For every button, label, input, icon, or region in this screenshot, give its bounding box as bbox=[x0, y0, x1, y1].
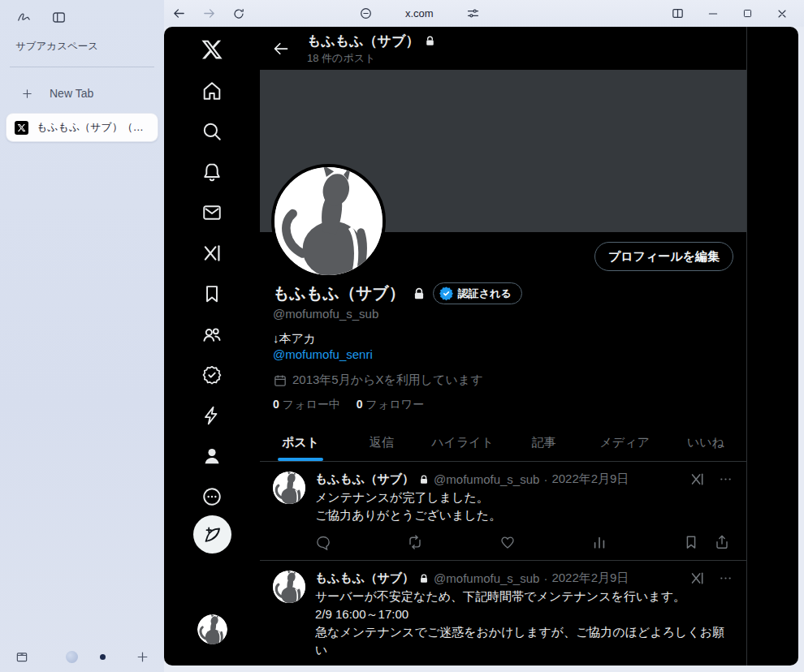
x-favicon bbox=[15, 121, 28, 135]
reply-icon[interactable] bbox=[315, 534, 331, 550]
communities-icon[interactable] bbox=[201, 324, 223, 345]
post-count: 18 件のポスト bbox=[307, 51, 436, 66]
tab-posts[interactable]: ポスト bbox=[260, 424, 341, 461]
archive-icon[interactable] bbox=[15, 649, 29, 664]
plus-icon bbox=[21, 88, 33, 100]
display-name: もふもふ（サブ） bbox=[273, 282, 405, 304]
space-globe-icon[interactable] bbox=[66, 651, 78, 663]
tab-replies[interactable]: 返信 bbox=[341, 424, 422, 461]
notifications-icon[interactable] bbox=[201, 162, 223, 183]
more-icon[interactable] bbox=[201, 486, 223, 507]
verified-orgs-icon[interactable] bbox=[201, 405, 223, 426]
account-avatar[interactable] bbox=[197, 614, 227, 644]
x-main-column: もふもふ（サブ） 18 件のポスト プロフィールを編集 もふもふ（サブ） bbox=[260, 27, 747, 666]
minimize-icon[interactable] bbox=[707, 7, 720, 20]
post-avatar[interactable] bbox=[273, 472, 305, 504]
sidebar-divider bbox=[10, 67, 154, 67]
bookmarks-icon[interactable] bbox=[201, 283, 223, 304]
profile-bio: ↓本アカ @mofumofu_senri bbox=[273, 330, 733, 363]
lock-icon bbox=[418, 573, 430, 584]
share-icon[interactable] bbox=[714, 534, 730, 550]
calendar-icon bbox=[273, 373, 287, 388]
post-author-name[interactable]: もふもふ（サブ） bbox=[315, 571, 414, 586]
header-profile-name: もふもふ（サブ） bbox=[307, 32, 419, 50]
link-icon[interactable] bbox=[359, 6, 373, 20]
bio-mention-link[interactable]: @mofumofu_senri bbox=[273, 347, 373, 361]
new-tab-button[interactable]: New Tab bbox=[0, 87, 164, 100]
lock-icon bbox=[412, 286, 426, 301]
post-text: メンテナンスが完了しました。 ご協力ありがとうございました。 bbox=[315, 489, 733, 524]
profile-avatar[interactable] bbox=[271, 164, 386, 278]
compose-post-button[interactable] bbox=[193, 515, 231, 554]
tab-title: もふもふ（サブ）（@… bbox=[37, 120, 149, 135]
sidebar-toggle-icon[interactable] bbox=[51, 10, 67, 25]
tab-media[interactable]: メディア bbox=[584, 424, 665, 461]
home-icon[interactable] bbox=[201, 80, 223, 101]
like-icon[interactable] bbox=[499, 534, 516, 550]
post-item[interactable]: もふもふ（サブ） @mofumofu_s_sub · 2022年2月9日 メンテ… bbox=[260, 462, 746, 561]
webview-x-com: もふもふ（サブ） 18 件のポスト プロフィールを編集 もふもふ（サブ） bbox=[164, 27, 798, 666]
views-icon[interactable] bbox=[591, 534, 607, 550]
back-icon[interactable] bbox=[172, 6, 186, 20]
profile-icon[interactable] bbox=[201, 446, 223, 467]
refresh-icon[interactable] bbox=[232, 7, 245, 20]
tab-likes[interactable]: いいね bbox=[665, 424, 746, 461]
post-actions bbox=[315, 534, 733, 550]
edit-profile-button[interactable]: プロフィールを編集 bbox=[594, 242, 733, 271]
browser-window: サブアカスペース New Tab もふもふ（サブ）（@… x.com bbox=[0, 0, 804, 672]
more-options-icon[interactable] bbox=[718, 571, 733, 586]
profile-tabs: ポスト 返信 ハイライト 記事 メディア いいね bbox=[260, 424, 746, 462]
profile-section: プロフィールを編集 もふもふ（サブ） 認証される @mofumofu_s_sub… bbox=[260, 232, 746, 412]
following-count[interactable]: 0フォロー中 bbox=[273, 398, 340, 412]
bookmark-icon[interactable] bbox=[683, 534, 699, 550]
forward-icon[interactable] bbox=[202, 6, 216, 20]
post-avatar[interactable] bbox=[273, 571, 305, 603]
premium-badge-icon[interactable] bbox=[201, 364, 223, 386]
lock-icon bbox=[424, 35, 436, 47]
messages-icon[interactable] bbox=[201, 202, 223, 223]
post-author-name[interactable]: もふもふ（サブ） bbox=[315, 472, 414, 487]
followers-count[interactable]: 0フォロワー bbox=[357, 398, 424, 412]
tune-icon[interactable] bbox=[466, 6, 480, 20]
profile-handle: @mofumofu_s_sub bbox=[273, 307, 733, 321]
post-author-handle[interactable]: @mofumofu_s_sub bbox=[434, 472, 539, 486]
space-title: サブアカスペース bbox=[0, 25, 164, 54]
sidebar-top-icons bbox=[0, 0, 164, 25]
more-options-icon[interactable] bbox=[718, 472, 733, 487]
profile-header: もふもふ（サブ） 18 件のポスト bbox=[260, 27, 746, 70]
lock-icon bbox=[418, 474, 430, 485]
bio-text: ↓本アカ bbox=[273, 330, 733, 347]
post-author-handle[interactable]: @mofumofu_s_sub bbox=[434, 571, 539, 585]
sidebar-bottom-bar bbox=[0, 649, 164, 664]
search-icon[interactable] bbox=[201, 121, 223, 142]
grok-icon[interactable] bbox=[201, 243, 223, 264]
get-verified-button[interactable]: 認証される bbox=[433, 282, 522, 304]
app-logo-icon[interactable] bbox=[16, 10, 32, 25]
verified-badge-icon bbox=[439, 286, 454, 301]
post-date[interactable]: 2022年2月9日 bbox=[551, 472, 629, 487]
x-logo-icon[interactable] bbox=[201, 38, 223, 61]
x-nav-rail bbox=[164, 27, 260, 666]
grok-actions-icon[interactable] bbox=[689, 472, 705, 487]
browser-toolbar: x.com bbox=[164, 0, 804, 27]
new-tab-label: New Tab bbox=[50, 87, 93, 100]
maximize-icon[interactable] bbox=[741, 7, 754, 19]
active-tab-underline bbox=[278, 458, 323, 461]
post-text: サーバーが不安定なため、下記時間帯でメンテナンスを行います。 2/9 16:00… bbox=[315, 588, 733, 659]
joined-date: 2013年5月からXを利用しています bbox=[292, 373, 483, 388]
tab-articles[interactable]: 記事 bbox=[503, 424, 584, 461]
browser-tab-active[interactable]: もふもふ（サブ）（@… bbox=[6, 113, 158, 142]
url-bar[interactable]: x.com bbox=[359, 0, 480, 27]
post-date[interactable]: 2022年2月9日 bbox=[551, 571, 629, 586]
get-verified-label: 認証される bbox=[458, 286, 512, 301]
space-dot-indicator[interactable] bbox=[100, 654, 106, 660]
repost-icon[interactable] bbox=[407, 534, 423, 550]
split-view-icon[interactable] bbox=[671, 6, 685, 20]
close-icon[interactable] bbox=[776, 7, 789, 20]
post-item[interactable]: もふもふ（サブ） @mofumofu_s_sub · 2022年2月9日 サーバ… bbox=[260, 561, 746, 666]
add-space-button[interactable] bbox=[136, 650, 149, 664]
grok-actions-icon[interactable] bbox=[689, 571, 705, 586]
tab-highlights[interactable]: ハイライト bbox=[422, 424, 504, 461]
back-arrow-icon[interactable] bbox=[273, 41, 289, 57]
url-text[interactable]: x.com bbox=[405, 7, 434, 19]
